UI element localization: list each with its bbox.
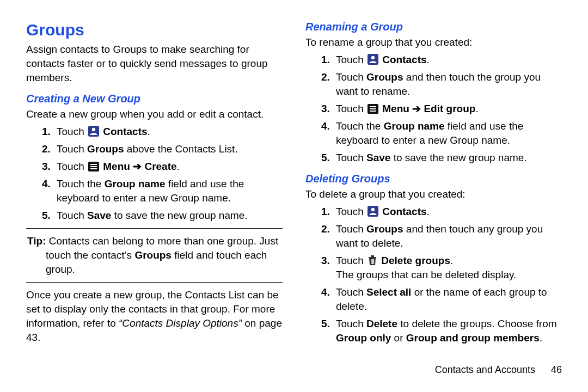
manual-page: Groups Assign contacts to Groups to make… (0, 0, 588, 354)
intro-text: Assign contacts to Groups to make search… (26, 42, 283, 85)
list-item: Touch Delete to delete the groups. Choos… (333, 317, 562, 345)
step-text: Touch (336, 255, 366, 266)
tip-text: Tip: Contacts can belong to more than on… (27, 234, 281, 277)
step-bold: Menu (382, 103, 409, 114)
svg-rect-11 (370, 111, 376, 112)
svg-rect-15 (371, 255, 374, 257)
step-bold: Group name (384, 120, 445, 132)
step-text: Touch (336, 152, 366, 163)
left-column: Groups Assign contacts to Groups to make… (26, 21, 283, 348)
list-item: Touch Menu ➔ Create. (53, 160, 283, 174)
renaming-group-heading: Renaming a Group (305, 21, 562, 33)
step-bold: Delete (366, 318, 397, 329)
step-bold: Groups (87, 143, 124, 155)
tip-label: Tip: (27, 235, 46, 247)
list-item: Touch the Group name field and use the k… (53, 177, 283, 205)
menu-icon (88, 162, 99, 171)
footer-page-number: 46 (551, 364, 562, 375)
svg-rect-14 (369, 257, 376, 258)
step-text: . (450, 255, 453, 266)
footer-chapter: Contacts and Accounts (435, 364, 535, 375)
list-item: Touch Groups above the Contacts List. (53, 142, 283, 156)
divider (26, 282, 283, 283)
list-item: Touch the Group name field and use the k… (333, 119, 562, 148)
right-column: Renaming a Group To rename a group that … (305, 21, 562, 348)
step-text: Touch (57, 143, 87, 155)
divider (26, 228, 283, 229)
arrow-icon: ➔ (409, 103, 424, 114)
step-text: Touch (336, 223, 366, 235)
step-text: . (427, 206, 430, 217)
list-item: Touch Save to save the new group name. (333, 151, 562, 165)
list-item: Touch Menu ➔ Edit group. (333, 102, 562, 116)
svg-rect-5 (90, 168, 97, 169)
section-title: Groups (26, 21, 283, 39)
step-text: to save the new group name. (111, 210, 247, 221)
post-tip-text: Once you create a new group, the Contact… (26, 288, 283, 345)
list-item: Touch Contacts. (333, 205, 562, 219)
svg-rect-9 (370, 106, 376, 107)
trash-icon (367, 255, 377, 266)
step-text: . (475, 103, 478, 114)
tip-bold: Groups (134, 249, 171, 261)
list-item: Touch Contacts. (53, 125, 283, 139)
list-item: Touch Save to save the new group name. (53, 209, 283, 223)
contacts-icon (367, 206, 378, 217)
step-bold: Edit group (424, 103, 475, 114)
svg-rect-10 (370, 108, 376, 109)
step-text: . (148, 126, 150, 137)
svg-rect-4 (90, 166, 97, 167)
list-item: Touch Delete groups. The groups that can… (333, 254, 562, 282)
step-text: . (177, 161, 180, 172)
step-bold: Create (144, 161, 176, 172)
step-bold: Contacts (103, 126, 147, 137)
svg-rect-3 (90, 164, 97, 165)
contacts-icon (367, 54, 378, 65)
step-text: Touch (336, 71, 366, 83)
step-text: Touch (336, 286, 366, 298)
menu-icon (367, 104, 378, 114)
page-footer: Contacts and Accounts 46 (0, 364, 588, 376)
creating-group-heading: Creating a New Group (26, 93, 283, 105)
svg-rect-16 (371, 259, 372, 264)
arrow-icon: ➔ (130, 161, 145, 172)
two-column-layout: Groups Assign contacts to Groups to make… (26, 21, 562, 348)
cross-ref: “Contacts Display Options” (119, 317, 242, 329)
step-text: Touch (336, 206, 366, 217)
svg-rect-18 (373, 259, 375, 264)
deleting-groups-heading: Deleting Groups (305, 173, 562, 185)
step-text: above the Contacts List. (124, 143, 238, 155)
step-bold: Contacts (382, 206, 426, 217)
renaming-lead: To rename a group that you created: (305, 35, 562, 50)
step-text: Touch (57, 161, 87, 172)
step-bold: Group only (336, 332, 391, 344)
step-follow: The groups that can be deleted display. (336, 269, 516, 280)
step-bold: Save (87, 210, 111, 221)
step-text: Touch (336, 54, 366, 65)
step-text: or (391, 332, 406, 344)
list-item: Touch Groups and then touch any group yo… (333, 222, 562, 250)
step-text: Touch (336, 103, 366, 114)
list-item: Touch Contacts. (333, 53, 562, 67)
deleting-steps: Touch Contacts. Touch Groups and then to… (305, 205, 562, 345)
step-bold: Delete groups (381, 255, 450, 266)
step-bold: Menu (103, 161, 130, 172)
step-bold: Contacts (382, 54, 426, 65)
renaming-steps: Touch Contacts. Touch Groups and then to… (305, 53, 562, 165)
list-item: Touch Select all or the name of each gro… (333, 285, 562, 314)
step-bold: Groups (366, 71, 403, 83)
step-text: . (540, 332, 542, 344)
svg-point-1 (92, 128, 95, 131)
step-bold: Groups (366, 223, 403, 235)
svg-rect-17 (372, 259, 373, 264)
tip-block: Tip: Contacts can belong to more than on… (26, 234, 283, 277)
step-bold: Select all (366, 286, 411, 298)
step-text: . (427, 54, 430, 65)
step-text: Touch (57, 126, 87, 137)
step-text: Touch the (57, 178, 105, 189)
creating-lead: Create a new group when you add or edit … (26, 107, 283, 121)
step-text: to save the new group name. (390, 152, 526, 163)
list-item: Touch Groups and then touch the group yo… (333, 70, 562, 99)
contacts-icon (88, 126, 99, 137)
svg-point-13 (371, 208, 375, 211)
